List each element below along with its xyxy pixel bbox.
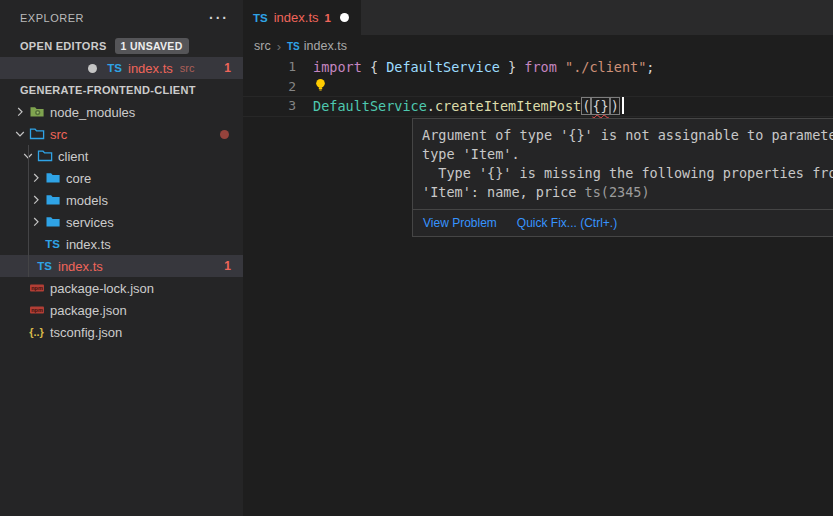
tree-item-core[interactable]: core [0,167,243,189]
tab-label: index.ts [274,10,319,25]
tree-item-label: core [66,171,91,186]
typescript-file-icon: TS [44,236,61,252]
chevron-right-icon[interactable] [12,104,28,120]
node-modules-folder-icon [28,104,45,120]
tree-item-label: node_modules [50,105,135,120]
svg-text:npm: npm [31,307,43,313]
chevron-down-icon[interactable] [4,38,20,54]
token-var: DefaultService [386,59,500,75]
lightbulb-icon [313,77,328,93]
workspace-folder-label: GENERATE-FRONTEND-CLIENT [20,84,196,96]
modified-indicator-dot [220,130,229,139]
text-cursor [622,97,624,114]
tab-index-ts[interactable]: TS index.ts 1 [243,0,361,35]
tree-item-services[interactable]: services [0,211,243,233]
line-number: 3 [243,98,296,113]
code-line-1[interactable]: 1import { DefaultService } from "./clien… [243,57,833,77]
indent-guide [28,145,29,277]
typescript-file-icon: TS [253,12,268,24]
matched-bracket: ) [611,98,619,114]
npm-file-icon: npm [28,280,45,296]
matched-bracket: ( [582,98,590,114]
open-editor-filename: index.ts [128,61,173,76]
tree-item-client[interactable]: client [0,145,243,167]
lightbulb-icon[interactable] [313,77,328,96]
code-line-2[interactable]: 2 [243,77,833,97]
tree-item-package-lock-json[interactable]: npmpackage-lock.json [0,277,243,299]
open-editor-item[interactable]: TSindex.tssrc1 [0,57,243,79]
error-message-line: 'Item': name, price ts(2345) [422,183,833,202]
token-punct: ; [646,59,654,75]
token-keyword: import [313,59,362,75]
code-text: DefaultService.createItemItemPost({}) [313,97,624,114]
tab-problem-badge: 1 [325,12,331,24]
folder-icon [44,192,61,208]
hover-actions-bar: View ProblemQuick Fix... (Ctrl+.) [413,209,833,236]
typescript-file-icon: TS [287,41,300,52]
tree-item-label: index.ts [58,259,103,274]
chevron-right-icon[interactable] [28,192,44,208]
unsaved-count-badge: 1 UNSAVED [115,38,189,54]
breadcrumb-src[interactable]: src [254,39,271,53]
tree-item-label: client [58,149,88,164]
tree-item-label: models [66,193,108,208]
line-number: 1 [243,59,296,74]
tree-item-label: tsconfig.json [50,325,122,340]
tree-item-models[interactable]: models [0,189,243,211]
svg-text:npm: npm [31,285,43,291]
error-message: Argument of type '{}' is not assignable … [413,119,833,209]
npm-file-icon: npm [28,302,45,318]
tree-item-index-ts[interactable]: TSindex.ts [0,233,243,255]
problem-count-badge: 1 [224,61,231,75]
tree-item-package-json[interactable]: npmpackage.json [0,299,243,321]
code-editor[interactable]: 1import { DefaultService } from "./clien… [243,57,833,116]
error-message-line: Type '{}' is missing the following prope… [422,164,833,183]
twisty-spacer [12,324,28,340]
chevron-right-icon[interactable] [28,214,44,230]
error-hover-tooltip: Argument of type '{}' is not assignable … [412,118,833,237]
matched-bracket: {} [592,98,608,114]
token-keyword: from [524,59,557,75]
tree-item-label: index.ts [66,237,111,252]
chevron-down-icon[interactable] [4,82,20,98]
code-line-3[interactable]: 3DefaultService.createItemItemPost({}) [243,96,833,116]
breadcrumb-file[interactable]: index.ts [304,39,347,53]
workspace-folder-header[interactable]: GENERATE-FRONTEND-CLIENT [0,79,243,101]
tree-item-node-modules[interactable]: node_modules [0,101,243,123]
open-editors-header[interactable]: OPEN EDITORS 1 UNSAVED [0,35,243,57]
twisty-spacer [12,302,28,318]
tree-item-tsconfig-json[interactable]: {..}tsconfig.json [0,321,243,343]
token-punct: { [362,59,386,75]
editor-area: TS index.ts 1 src › TS index.ts 1import … [243,0,833,516]
problem-count-badge: 1 [224,259,231,273]
token-punct [557,59,565,75]
tree-item-index-ts[interactable]: TSindex.ts1 [0,255,243,277]
token-class: DefaultService [313,98,427,114]
tree-item-label: package-lock.json [50,281,154,296]
folder-open-icon [28,126,45,142]
folder-icon [44,214,61,230]
more-actions-icon[interactable]: ··· [209,10,229,26]
token-func: createItemItemPost [435,98,581,114]
tab-bar: TS index.ts 1 [243,0,833,35]
explorer-sidebar: EXPLORER ··· OPEN EDITORS 1 UNSAVED TSin… [0,0,243,516]
twisty-spacer [28,236,44,252]
typescript-file-icon: TS [36,258,53,274]
modified-dot-icon[interactable] [340,13,349,22]
chevron-right-icon[interactable] [28,170,44,186]
quick-fix-link[interactable]: Quick Fix... (Ctrl+.) [517,216,617,230]
token-punct: . [427,98,435,114]
token-punct: } [500,59,524,75]
sidebar-title-bar: EXPLORER ··· [0,0,243,35]
open-editors-list: TSindex.tssrc1 [0,57,243,79]
ts-error-code: ts(2345) [585,184,650,200]
tree-item-src[interactable]: src [0,123,243,145]
modified-dot-icon[interactable] [88,64,97,73]
typescript-file-icon: TS [106,60,123,76]
view-problem-link[interactable]: View Problem [423,216,497,230]
code-text [313,77,328,96]
open-editor-path: src [180,62,195,74]
breadcrumb: src › TS index.ts [243,35,833,57]
chevron-down-icon[interactable] [12,126,28,142]
json-file-icon: {..} [28,324,45,340]
